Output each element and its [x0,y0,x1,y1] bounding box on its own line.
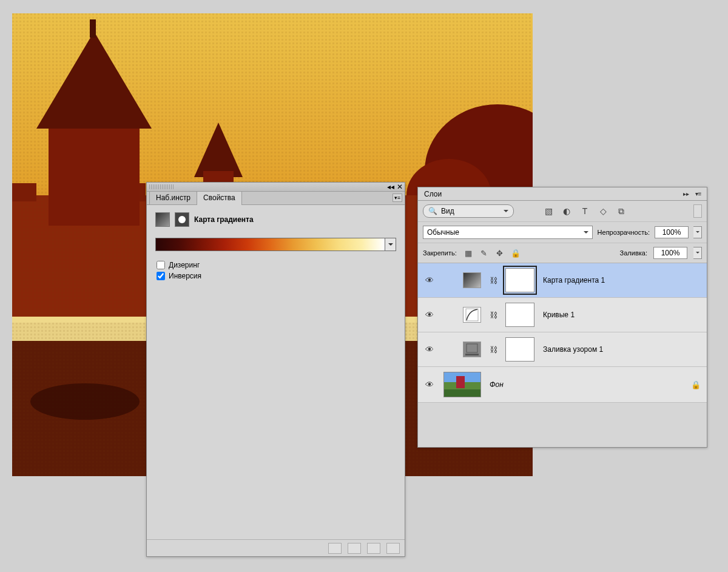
panel-menu-icon[interactable]: ▾≡ [393,193,402,202]
layer-name[interactable]: Кривые 1 [543,311,575,319]
lock-fill-row: Закрепить: ▦ ✎ ✥ 🔒 Заливка: 100% [418,243,707,263]
link-mask-icon[interactable]: ⛓ [490,345,497,354]
layer-mask-icon[interactable] [175,212,189,227]
layer-kind-select[interactable]: 🔍 Вид [423,204,514,218]
layer-row-background[interactable]: 👁 Фон 🔒 [418,367,707,403]
delete-icon[interactable] [386,543,400,554]
dither-checkbox[interactable] [157,261,165,269]
layer-mask-thumb[interactable] [505,303,534,327]
lock-pixels-icon[interactable]: ✎ [479,247,490,258]
opacity-label: Непрозрачность: [598,229,650,236]
panel-drag-header[interactable]: ◂◂ ✕ [147,183,405,192]
visibility-toggle-icon[interactable]: 👁 [424,275,435,285]
gradient-map-icon [463,272,481,288]
svg-rect-14 [90,19,96,38]
adjustment-title: Карта градиента [194,215,254,224]
gradient-preview[interactable] [155,238,385,251]
lock-all-icon[interactable]: 🔒 [510,247,521,258]
expand-icon[interactable]: ▸▸ [681,189,691,198]
locked-icon: 🔒 [691,380,701,389]
svg-rect-24 [465,354,479,355]
curves-icon [463,307,481,323]
filter-shape-icon[interactable]: ◇ [598,206,608,217]
properties-body: Карта градиента Дизеринг Инверсия [147,205,405,290]
blend-mode-select[interactable]: Обычные [423,226,593,239]
lock-transparency-icon[interactable]: ▦ [463,247,474,258]
reset-icon[interactable] [367,543,380,554]
layers-panel: Слои ▸▸ ▾≡ 🔍 Вид ▧ ◐ T ◇ ⧉ Обычные Непро… [417,187,707,448]
panel-menu-icon[interactable]: ▾≡ [693,189,703,198]
filter-smartobject-icon[interactable]: ⧉ [616,206,627,217]
lock-position-icon[interactable]: ✥ [494,247,505,258]
layers-tabbar: Слои ▸▸ ▾≡ [418,187,707,201]
opacity-input[interactable]: 100% [655,226,689,238]
clip-to-layer-icon[interactable] [328,543,342,554]
link-mask-icon[interactable]: ⛓ [490,276,497,285]
layer-name[interactable]: Фон [490,380,504,389]
layer-name[interactable]: Заливка узором 1 [543,345,603,354]
link-mask-icon[interactable]: ⛓ [490,311,497,320]
fill-input[interactable]: 100% [653,247,687,259]
layer-row-curves[interactable]: 👁 ⛓ Кривые 1 [418,298,707,332]
svg-rect-23 [467,344,477,352]
layer-mask-thumb[interactable] [505,337,534,362]
close-icon[interactable]: ✕ [397,184,402,190]
filter-adjustment-icon[interactable]: ◐ [561,206,572,217]
reverse-label: Инверсия [169,272,201,280]
pattern-fill-icon [463,342,481,357]
opacity-slider-toggle[interactable] [693,226,702,238]
fill-label: Заливка: [620,249,647,257]
search-icon: 🔍 [428,207,437,215]
visibility-toggle-icon[interactable]: 👁 [424,380,435,389]
dither-label: Дизеринг [169,261,200,269]
blend-mode-value: Обычные [427,228,459,237]
tab-properties[interactable]: Свойства [197,191,242,205]
layer-thumbnail[interactable] [443,372,481,397]
svg-rect-22 [466,309,478,321]
panel-grip[interactable] [149,184,174,189]
lock-label: Закрепить: [423,249,457,257]
properties-footer [147,539,405,556]
tab-layers[interactable]: Слои [424,190,442,198]
fill-slider-toggle[interactable] [693,247,702,259]
gradient-picker-dropdown[interactable] [385,238,396,251]
reverse-checkbox[interactable] [157,272,165,280]
view-previous-icon[interactable] [348,543,361,554]
reverse-checkbox-row[interactable]: Инверсия [157,272,396,280]
visibility-toggle-icon[interactable]: 👁 [424,345,435,354]
layer-name[interactable]: Карта градиента 1 [543,276,605,284]
layer-kind-label: Вид [441,207,454,215]
layer-row-gradient-map[interactable]: 👁 ⛓ Карта градиента 1 [418,263,707,298]
svg-point-20 [30,383,140,420]
layer-row-pattern-fill[interactable]: 👁 ⛓ Заливка узором 1 [418,332,707,367]
filter-toggle[interactable] [693,204,702,218]
blend-opacity-row: Обычные Непрозрачность: 100% [418,222,707,243]
filter-type-icon[interactable]: T [579,206,590,217]
properties-panel: ◂◂ ✕ Наб.инстр Свойства ▾≡ Карта градиен… [146,182,405,557]
collapse-icon[interactable]: ◂◂ [388,184,393,190]
layer-filter-bar: 🔍 Вид ▧ ◐ T ◇ ⧉ [418,201,707,222]
dither-checkbox-row[interactable]: Дизеринг [157,261,396,269]
gradient-map-adjustment-icon [155,212,170,227]
layer-mask-thumb[interactable] [505,268,534,292]
svg-rect-8 [12,183,36,201]
tab-tool-presets[interactable]: Наб.инстр [149,191,197,204]
svg-rect-12 [49,116,140,226]
filter-pixel-icon[interactable]: ▧ [543,206,554,217]
layer-list: 👁 ⛓ Карта градиента 1 👁 ⛓ Кривые 1 👁 ⛓ [418,263,707,403]
visibility-toggle-icon[interactable]: 👁 [424,310,435,320]
properties-tabbar: Наб.инстр Свойства ▾≡ [147,192,405,205]
